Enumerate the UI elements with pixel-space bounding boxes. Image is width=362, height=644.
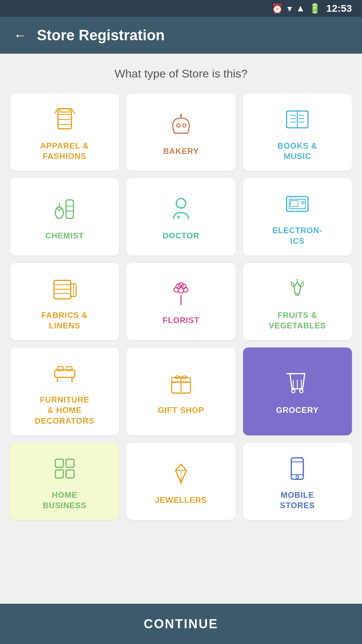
mobile-icon	[282, 453, 312, 484]
store-card-doctor[interactable]: DOCTOR	[126, 178, 235, 255]
store-card-fabrics[interactable]: FABRICS & LINENS	[10, 263, 119, 340]
svg-rect-29	[291, 201, 298, 207]
svg-rect-67	[291, 458, 303, 479]
fabrics-icon	[50, 274, 80, 304]
store-card-giftshop[interactable]: GIFT SHOP	[126, 347, 235, 435]
store-card-furniture[interactable]: FURNITURE & HOME DECORATORS	[10, 347, 119, 435]
store-card-chemist[interactable]: CHEMIST	[10, 178, 119, 255]
fruits-icon	[282, 274, 312, 304]
page-title: Store Registration	[37, 27, 165, 44]
svg-rect-1	[60, 109, 69, 112]
svg-rect-58	[55, 459, 63, 467]
apparel-icon	[50, 104, 80, 135]
grocery-icon	[282, 369, 312, 399]
question-label: What type of Store is this?	[10, 67, 352, 80]
giftshop-label: GIFT SHOP	[158, 405, 204, 415]
store-card-florist[interactable]: FLORIST	[126, 263, 235, 340]
continue-button[interactable]: CONTINUE	[0, 604, 362, 644]
store-card-apparel[interactable]: APPAREL & FASHIONS	[10, 94, 119, 171]
store-card-homebusiness[interactable]: HOME BUSINESS	[10, 443, 119, 520]
jewellers-label: JEWELLERS	[155, 495, 207, 505]
svg-rect-61	[66, 470, 74, 478]
store-card-mobile[interactable]: MOBILE STORES	[243, 443, 352, 520]
svg-point-20	[55, 207, 63, 218]
electronics-label: ELECTRON- ICS	[273, 225, 322, 246]
svg-line-65	[181, 470, 186, 483]
status-bar: ⏰ ▾ ▲ 🔋 12:53	[0, 0, 362, 17]
books-icon	[282, 104, 312, 135]
svg-point-55	[292, 389, 295, 393]
back-button[interactable]: ←	[13, 29, 27, 42]
status-time: 12:53	[326, 3, 352, 14]
alarm-icon: ⏰	[272, 3, 283, 14]
chemist-icon	[50, 194, 80, 224]
store-card-fruits[interactable]: FRUITS & VEGETABLES	[243, 263, 352, 340]
florist-label: FLORIST	[163, 315, 199, 325]
svg-point-28	[301, 201, 304, 204]
app-header: ← Store Registration	[0, 17, 362, 54]
main-content: What type of Store is this? APPAREL & FA…	[0, 54, 362, 644]
store-card-books[interactable]: BOOKS & MUSIC	[243, 94, 352, 171]
doctor-label: DOCTOR	[163, 230, 199, 241]
store-card-jewellers[interactable]: JEWELLERS	[126, 443, 235, 520]
books-label: BOOKS & MUSIC	[278, 141, 317, 161]
bakery-icon	[166, 110, 196, 140]
apparel-label: APPAREL & FASHIONS	[40, 141, 89, 161]
furniture-icon	[50, 358, 80, 388]
svg-rect-44	[55, 370, 75, 377]
doctor-icon	[166, 194, 196, 224]
svg-point-21	[58, 207, 61, 210]
svg-rect-30	[54, 280, 71, 299]
store-type-grid: APPAREL & FASHIONS BAKERY BOOKS & MUSIC	[10, 94, 352, 520]
svg-marker-63	[176, 464, 186, 470]
svg-line-64	[176, 470, 181, 483]
store-card-electronics[interactable]: ELECTRON- ICS	[243, 178, 352, 255]
jewellers-icon	[166, 459, 196, 489]
florist-icon	[166, 279, 196, 309]
wifi-icon: ▾	[287, 3, 292, 14]
svg-point-56	[300, 389, 303, 393]
grocery-label: GROCERY	[276, 405, 319, 415]
svg-rect-60	[55, 470, 63, 478]
svg-point-8	[183, 124, 186, 127]
svg-rect-17	[66, 200, 73, 218]
chemist-label: CHEMIST	[45, 230, 84, 241]
mobile-label: MOBILE STORES	[280, 490, 315, 511]
battery-icon: 🔋	[309, 3, 321, 14]
status-icons: ⏰ ▾ ▲ 🔋	[272, 3, 321, 14]
svg-point-23	[176, 199, 186, 208]
electronics-icon	[282, 189, 312, 219]
signal-icon: ▲	[296, 3, 305, 14]
bakery-label: BAKERY	[163, 146, 199, 156]
svg-point-7	[177, 124, 180, 127]
svg-point-70	[296, 476, 299, 478]
store-card-bakery[interactable]: BAKERY	[126, 94, 235, 171]
furniture-label: FURNITURE & HOME DECORATORS	[35, 394, 94, 426]
homebusiness-icon	[50, 453, 80, 484]
fabrics-label: FABRICS & LINENS	[41, 310, 87, 331]
svg-rect-59	[66, 459, 74, 467]
svg-rect-26	[287, 197, 308, 211]
homebusiness-label: HOME BUSINESS	[43, 490, 86, 511]
store-card-grocery[interactable]: GROCERY	[243, 347, 352, 435]
fruits-label: FRUITS & VEGETABLES	[269, 310, 326, 331]
giftshop-icon	[166, 369, 196, 399]
footer: CONTINUE	[0, 604, 362, 644]
